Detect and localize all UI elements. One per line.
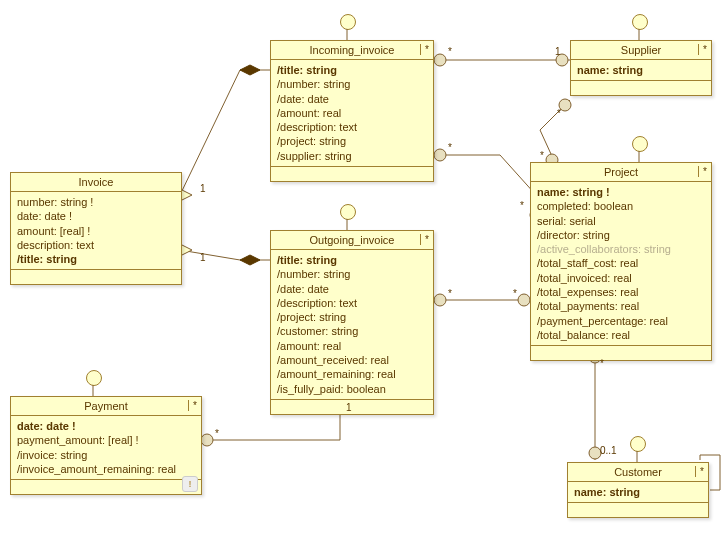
attr-row: name: string ! xyxy=(537,185,705,199)
class-project[interactable]: Project * name: string !completed: boole… xyxy=(530,162,712,361)
spawn-icon xyxy=(340,14,356,30)
svg-point-13 xyxy=(201,434,213,446)
mult-label: * xyxy=(448,142,452,153)
class-name: Customer xyxy=(614,466,662,478)
attr-row: number: string ! xyxy=(17,195,175,209)
attr-row: /date: date xyxy=(277,92,427,106)
svg-point-10 xyxy=(434,294,446,306)
class-header: Outgoing_invoice * xyxy=(271,231,433,250)
attr-row: description: text xyxy=(17,238,175,252)
class-name: Outgoing_invoice xyxy=(309,234,394,246)
class-header: Supplier * xyxy=(571,41,711,60)
svg-point-4 xyxy=(434,54,446,66)
mult-label: 1 xyxy=(555,46,561,57)
class-supplier[interactable]: Supplier * name: string xyxy=(570,40,712,96)
attr-row: /number: string xyxy=(277,267,427,281)
attr-row: date: date ! xyxy=(17,209,175,223)
attr-row: /payment_percentage: real xyxy=(537,314,705,328)
svg-marker-1 xyxy=(240,255,260,265)
attr-row: name: string xyxy=(574,485,702,499)
svg-point-6 xyxy=(434,149,446,161)
multiplicity: * xyxy=(420,234,429,245)
attr-row: /title: string xyxy=(277,63,427,77)
svg-point-11 xyxy=(518,294,530,306)
attrs: name: string xyxy=(568,482,708,503)
class-header: Incoming_invoice * xyxy=(271,41,433,60)
class-header: Customer * xyxy=(568,463,708,482)
class-name: Supplier xyxy=(621,44,661,56)
spawn-icon xyxy=(632,136,648,152)
class-outgoing-invoice[interactable]: Outgoing_invoice * /title: string/number… xyxy=(270,230,434,415)
attrs: date: date !payment_amount: [real] !/inv… xyxy=(11,416,201,480)
attr-row: completed: boolean xyxy=(537,199,705,213)
mult-label: * xyxy=(448,46,452,57)
warning-icon: ! xyxy=(182,476,198,492)
mult-label: 0..1 xyxy=(600,445,617,456)
class-name: Project xyxy=(604,166,638,178)
attrs: name: string !completed: booleanserial: … xyxy=(531,182,711,346)
multiplicity: * xyxy=(698,166,707,177)
attr-row: /total_balance: real xyxy=(537,328,705,342)
class-incoming-invoice[interactable]: Incoming_invoice * /title: string/number… xyxy=(270,40,434,182)
attr-row: /total_staff_cost: real xyxy=(537,256,705,270)
attr-row: /date: date xyxy=(277,282,427,296)
attr-row: /project: string xyxy=(277,310,427,324)
class-header: Invoice xyxy=(11,173,181,192)
class-customer[interactable]: Customer * name: string xyxy=(567,462,709,518)
attr-row: /amount_received: real xyxy=(277,353,427,367)
spawn-icon xyxy=(340,204,356,220)
attr-row: date: date ! xyxy=(17,419,195,433)
attr-row: /description: text xyxy=(277,296,427,310)
class-name: Invoice xyxy=(79,176,114,188)
attr-row: /amount: real xyxy=(277,339,427,353)
attrs: /title: string/number: string/date: date… xyxy=(271,60,433,167)
attr-row: /description: text xyxy=(277,120,427,134)
attr-row: name: string xyxy=(577,63,705,77)
spawn-icon xyxy=(632,14,648,30)
mult-label: * xyxy=(448,288,452,299)
class-invoice[interactable]: Invoice number: string !date: date !amou… xyxy=(10,172,182,285)
attr-row: serial: serial xyxy=(537,214,705,228)
attr-row: /total_payments: real xyxy=(537,299,705,313)
attr-row: /active_collaborators: string xyxy=(537,242,705,256)
multiplicity: * xyxy=(695,466,704,477)
attr-row: /title: string xyxy=(17,252,175,266)
class-header: Payment * xyxy=(11,397,201,416)
multiplicity: * xyxy=(188,400,197,411)
multiplicity: * xyxy=(420,44,429,55)
svg-marker-0 xyxy=(240,65,260,75)
mult-label: * xyxy=(540,150,544,161)
attr-row: /director: string xyxy=(537,228,705,242)
attrs: number: string !date: date !amount: [rea… xyxy=(11,192,181,270)
spawn-icon xyxy=(630,436,646,452)
mult-label: * xyxy=(557,108,561,119)
attr-row: /total_expenses: real xyxy=(537,285,705,299)
mult-label: * xyxy=(600,358,604,369)
multiplicity: * xyxy=(698,44,707,55)
attr-row: payment_amount: [real] ! xyxy=(17,433,195,447)
mult-label: * xyxy=(215,428,219,439)
attrs: /title: string/number: string/date: date… xyxy=(271,250,433,400)
attr-row: /number: string xyxy=(277,77,427,91)
mult-label: 1 xyxy=(200,183,206,194)
class-payment[interactable]: Payment * date: date !payment_amount: [r… xyxy=(10,396,202,495)
attr-row: /amount: real xyxy=(277,106,427,120)
mult-label: * xyxy=(513,288,517,299)
mult-label: 1 xyxy=(346,402,352,413)
attr-row: /is_fully_paid: boolean xyxy=(277,382,427,396)
attr-row: /customer: string xyxy=(277,324,427,338)
attr-row: /invoice: string xyxy=(17,448,195,462)
spawn-icon xyxy=(86,370,102,386)
attr-row: /project: string xyxy=(277,134,427,148)
attr-row: /supplier: string xyxy=(277,149,427,163)
class-header: Project * xyxy=(531,163,711,182)
attr-row: /title: string xyxy=(277,253,427,267)
attr-row: amount: [real] ! xyxy=(17,224,175,238)
attr-row: /total_invoiced: real xyxy=(537,271,705,285)
attrs: name: string xyxy=(571,60,711,81)
class-name: Payment xyxy=(84,400,127,412)
mult-label: * xyxy=(520,200,524,211)
attr-row: /invoice_amount_remaining: real xyxy=(17,462,195,476)
class-name: Incoming_invoice xyxy=(310,44,395,56)
mult-label: 1 xyxy=(200,252,206,263)
